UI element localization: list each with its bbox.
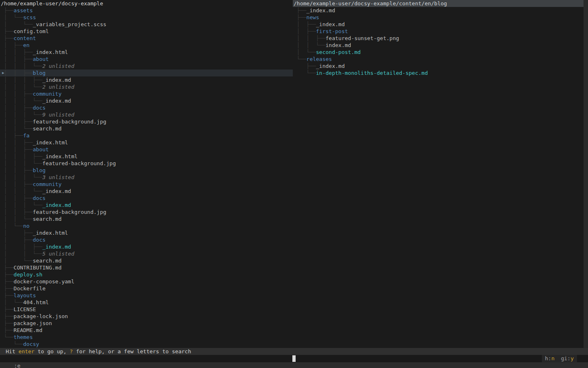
file-name: index.md [325, 42, 351, 48]
scrollbar-track[interactable] [584, 0, 588, 348]
tree-row[interactable]: │ │ │ └──2 unlisted [0, 83, 293, 90]
tree-row[interactable]: │ │ ├──_index.md [0, 243, 293, 250]
tree-row[interactable]: │ │ └──search.md [0, 125, 293, 132]
tree-guides: ├── [1, 313, 13, 319]
tree-row[interactable]: │ │ │ └──featured-background.jpg [0, 160, 293, 167]
tree-row[interactable]: ├──_index.md [293, 63, 584, 70]
unlisted-count: 2 unlisted [42, 63, 74, 69]
tree-row[interactable]: ├──LICENSE [0, 306, 293, 313]
tree-row[interactable]: │ └──scss [0, 14, 293, 21]
tree-row[interactable]: │ │ │ └──2 unlisted [0, 63, 293, 70]
tree-row[interactable]: │ │ ├──featured-sunset-get.png [293, 35, 584, 42]
tree-guides: │ └── [1, 299, 23, 305]
tree-row[interactable]: │ │ ├──blog [0, 167, 293, 174]
file-name: docker-compose.yaml [13, 278, 74, 285]
file-name: _index.md [42, 98, 71, 104]
tree-row[interactable]: ├──content [0, 35, 293, 42]
tree-row[interactable]: │ │ │ └──_index.md [0, 188, 293, 195]
tree-row[interactable]: │ │ │ ├──_index.md [0, 76, 293, 83]
tree-row[interactable]: │ │ ├──community [0, 181, 293, 188]
broot-terminal-app: /home/example-user/docsy-example ├──asse… [0, 0, 588, 368]
tree-row[interactable]: │ └──_variables_project.scss [0, 21, 293, 28]
tree-row[interactable]: │ │ ├──featured-background.jpg [0, 118, 293, 125]
file-name: _index.md [42, 244, 71, 250]
status-enter-key: enter [18, 348, 34, 355]
tree-row[interactable]: │ ├──docs [0, 236, 293, 243]
tree-row[interactable]: │ │ │ └──_index.md [0, 97, 293, 104]
tree-guides: │ │ ├── [1, 70, 33, 76]
panels-area: /home/example-user/docsy-example ├──asse… [0, 0, 588, 348]
tree-guides: │ │ │ └── [1, 98, 42, 104]
tree-row[interactable]: │ │ │ └──_index.md [0, 202, 293, 209]
dir-name: no [23, 223, 30, 229]
tree-guides: ├── [1, 306, 13, 312]
status-hint-text: for help, or a few letters to search [73, 348, 191, 355]
tree-row[interactable]: ├──CONTRIBUTING.md [0, 264, 293, 271]
tree-row[interactable]: │ │ └──search.md [0, 215, 293, 222]
file-name: _index.md [42, 77, 71, 83]
tree-row[interactable]: ├──assets [0, 7, 293, 14]
tree-row[interactable]: │ │ ├──docs [0, 104, 293, 111]
tree-guides: │ └── [1, 14, 23, 20]
tree-row[interactable]: │ │ │ ├──_index.html [0, 153, 293, 160]
tree-row[interactable]: │ └──no [0, 222, 293, 229]
tree-row[interactable]: │ ├──_index.html [0, 229, 293, 236]
tree-row[interactable]: │ └──second-post.md [293, 49, 584, 56]
file-name: in-depth-monoliths-detailed-spec.md [316, 70, 428, 76]
right-panel-path: /home/example-user/docsy-example/content… [293, 0, 584, 7]
toggle-flags[interactable]: h:n gi:y [542, 355, 577, 362]
file-name: _index.html [33, 139, 68, 146]
tree-row[interactable]: │ │ │ └──3 unlisted [0, 174, 293, 181]
tree-row[interactable]: └──themes [0, 334, 293, 341]
tree-guides: ├── [1, 327, 13, 333]
tree-row[interactable]: │ │ ├──_index.html [0, 139, 293, 146]
tree-row[interactable]: │ │ ├──about [0, 56, 293, 63]
tree-guides: │ │ │ └── [1, 160, 42, 166]
tree-guides: │ │ └── [1, 251, 42, 257]
dir-name: about [33, 146, 49, 153]
command-input[interactable]: :e [13, 363, 20, 368]
tree-row[interactable]: ├──layouts [0, 292, 293, 299]
tree-guides: ├── [1, 278, 13, 285]
tree-row[interactable]: │ └──404.html [0, 299, 293, 306]
tree-row[interactable]: ├──README.md [0, 327, 293, 334]
tree-row[interactable]: │ │ ├──docs [0, 195, 293, 202]
file-name: featured-background.jpg [33, 119, 106, 125]
tree-row[interactable]: └──releases [293, 56, 584, 63]
tree-row[interactable]: ├──package-lock.json [0, 313, 293, 320]
tree-row[interactable]: ├──package.json [0, 320, 293, 327]
tree-row[interactable]: │ │ │ └──9 unlisted [0, 111, 293, 118]
dir-name: docs [33, 105, 45, 111]
tree-row[interactable]: │ │ ├──featured-background.jpg [0, 209, 293, 215]
command-input-row: :e h:n gi:y [0, 355, 588, 362]
status-bar: Hit enter to go up, ? for help, or a few… [0, 348, 588, 355]
tree-row[interactable]: │ │ ├──_index.html [0, 49, 293, 56]
tree-guides: │ │ │ └── [1, 63, 42, 69]
tree-row[interactable]: │ ├──first-post [293, 28, 584, 35]
tree-row[interactable]: ├──news [293, 14, 584, 21]
file-name: package.json [13, 320, 52, 326]
tree-row[interactable]: │ │ ├──about [0, 146, 293, 153]
tree-row[interactable]: ├──deploy.sh [0, 271, 293, 278]
tree-guides: │ ├── [1, 230, 33, 236]
tree-guides: │ │ │ ├── [1, 153, 42, 159]
tree-row[interactable]: │ ├──en [0, 42, 293, 49]
tree-row[interactable]: ├──Dockerfile [0, 285, 293, 292]
tree-guides: │ │ ├── [1, 105, 33, 111]
tree-row[interactable]: │ ├──fa [0, 132, 293, 139]
tree-row-selected[interactable]: ▶ │ │ ├──blog [0, 70, 293, 76]
dir-name: community [33, 91, 61, 97]
tree-row[interactable]: │ └──search.md [0, 257, 293, 264]
tree-row[interactable]: ├──config.toml [0, 28, 293, 35]
tree-row[interactable]: │ ├──_index.md [293, 21, 584, 28]
tree-row[interactable]: └──in-depth-monoliths-detailed-spec.md [293, 70, 584, 76]
right-tree-panel: /home/example-user/docsy-example/content… [293, 0, 584, 348]
tree-row[interactable]: │ │ └──index.md [293, 42, 584, 49]
file-name: 404.html [23, 299, 49, 305]
tree-row[interactable]: └──docsy [0, 341, 293, 348]
dir-name: docsy [23, 341, 39, 347]
tree-row[interactable]: ├──docker-compose.yaml [0, 278, 293, 285]
tree-row[interactable]: │ │ ├──community [0, 90, 293, 97]
tree-row[interactable]: │ │ └──5 unlisted [0, 250, 293, 257]
tree-row[interactable]: ├──_index.md [293, 7, 584, 14]
